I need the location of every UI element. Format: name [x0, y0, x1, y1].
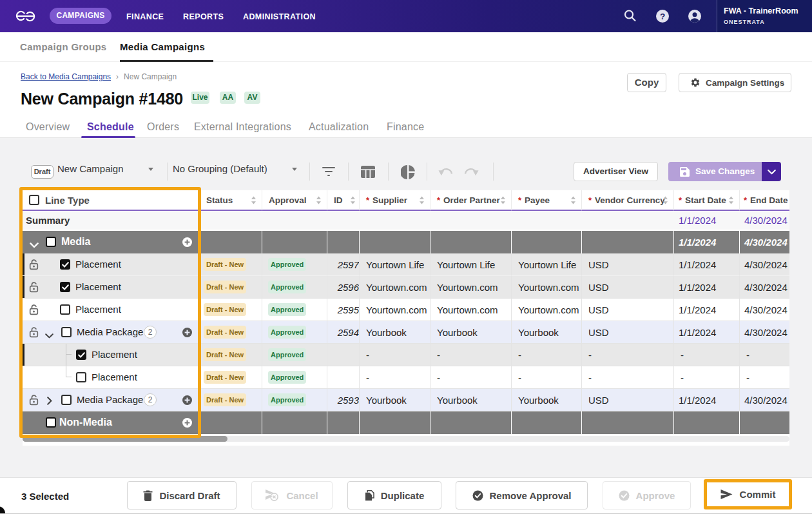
- svg-text:?: ?: [660, 12, 665, 21]
